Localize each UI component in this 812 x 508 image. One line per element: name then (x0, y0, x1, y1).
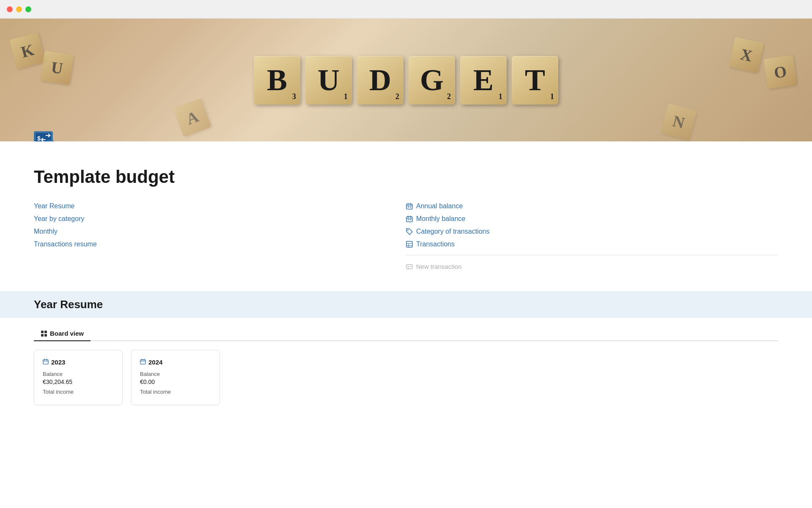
nav-annual-balance[interactable]: Annual balance (406, 202, 778, 210)
board-card-2023[interactable]: 2023 Balance €30,204.65 Total income (34, 350, 123, 405)
tile-U: U1 (305, 56, 352, 105)
board-card-2024[interactable]: 2024 Balance €0.00 Total income (131, 350, 220, 405)
table-icon (406, 241, 413, 248)
calendar-icon-annual (406, 203, 413, 210)
hero-banner: K U X O A N B3 U1 D2 G2 E1 T1 (0, 19, 812, 141)
year-resume-section: Year Resume Board view (34, 291, 778, 405)
nav-grid: Year Resume Year by category Monthly Tra… (34, 202, 778, 270)
svg-rect-16 (410, 219, 411, 220)
svg-rect-33 (140, 360, 145, 364)
new-transaction-icon (406, 263, 413, 270)
board-icon (41, 330, 47, 337)
card-icon-2023 (43, 359, 49, 366)
tile-G-score: 2 (447, 92, 451, 101)
bg-tile-extra1: A (173, 98, 211, 137)
scrabble-word: B3 U1 D2 G2 E1 T1 (254, 56, 558, 105)
main-content: Template budget Year Resume Year by cate… (0, 141, 812, 435)
new-transaction-link[interactable]: New transaction (406, 263, 778, 270)
close-button[interactable] (7, 6, 13, 12)
tile-D: D2 (357, 56, 403, 105)
card-icon-2024 (140, 359, 146, 366)
svg-rect-18 (406, 241, 412, 247)
card-title-2024: 2024 (140, 359, 211, 366)
tag-icon (406, 228, 413, 235)
card-balance-label-2023: Balance (43, 371, 114, 377)
svg-rect-22 (406, 265, 412, 269)
view-tabs: Board view (34, 326, 778, 341)
tile-T-score: 1 (550, 92, 554, 101)
tile-E-score: 1 (499, 92, 502, 101)
nav-category-transactions[interactable]: Category of transactions (406, 228, 778, 235)
tile-B-score: 3 (292, 92, 296, 101)
board-cards: 2023 Balance €30,204.65 Total income (34, 350, 778, 405)
tile-B: B3 (254, 56, 300, 105)
card-balance-value-2023: €30,204.65 (43, 378, 114, 385)
window-chrome (0, 0, 812, 19)
nav-divider (406, 255, 778, 255)
card-title-2023: 2023 (43, 359, 114, 366)
svg-rect-29 (43, 360, 48, 364)
tab-board-view[interactable]: Board view (34, 326, 91, 341)
nav-monthly[interactable]: Monthly (34, 228, 406, 235)
tile-G: G2 (409, 56, 455, 105)
svg-rect-25 (41, 331, 44, 333)
svg-rect-11 (406, 217, 412, 222)
page: K U X O A N B3 U1 D2 G2 E1 T1 (0, 19, 812, 435)
svg-rect-26 (44, 331, 47, 333)
svg-point-17 (407, 229, 409, 231)
svg-rect-10 (410, 207, 411, 207)
svg-rect-5 (406, 204, 412, 209)
bg-tile-x: X (729, 37, 764, 73)
bg-tile-o: O (763, 55, 797, 89)
bg-tile-k: K (9, 32, 46, 69)
bg-tile-u-left: U (40, 50, 74, 85)
tile-D-score: 2 (395, 92, 399, 101)
nav-year-by-category[interactable]: Year by category (34, 215, 406, 223)
tile-U-score: 1 (344, 92, 348, 101)
nav-left: Year Resume Year by category Monthly Tra… (34, 202, 406, 270)
page-title: Template budget (34, 167, 778, 187)
nav-transactions[interactable]: Transactions (406, 240, 778, 248)
svg-text:$: $ (37, 135, 41, 141)
nav-year-resume[interactable]: Year Resume (34, 202, 406, 210)
bg-tile-extra2: N (661, 103, 697, 141)
card-balance-value-2024: €0.00 (140, 378, 211, 385)
card-income-label-2023: Total income (43, 389, 114, 395)
svg-rect-15 (408, 219, 409, 220)
section-header-year-resume: Year Resume (0, 291, 812, 318)
nav-right: Annual balance Monthly balance (406, 202, 778, 270)
tile-T: T1 (512, 56, 558, 105)
section-title-year-resume: Year Resume (34, 298, 778, 311)
svg-rect-28 (44, 334, 47, 337)
tile-E: E1 (460, 56, 507, 105)
card-balance-label-2024: Balance (140, 371, 211, 377)
minimize-button[interactable] (16, 6, 22, 12)
nav-transactions-resume[interactable]: Transactions resume (34, 240, 406, 248)
svg-rect-27 (41, 334, 44, 337)
maximize-button[interactable] (25, 6, 31, 12)
nav-monthly-balance[interactable]: Monthly balance (406, 215, 778, 223)
page-icon: $ (34, 128, 59, 141)
calendar-icon-monthly (406, 215, 413, 222)
svg-rect-9 (408, 207, 409, 207)
card-income-label-2024: Total income (140, 389, 211, 395)
